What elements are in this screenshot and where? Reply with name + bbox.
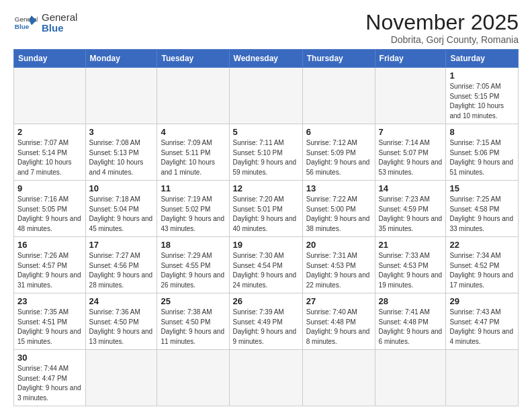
calendar-cell: 18Sunrise: 7:29 AM Sunset: 4:55 PM Dayli… xyxy=(157,237,229,293)
title-block: November 2025 Dobrita, Gorj County, Roma… xyxy=(365,11,519,45)
day-number: 6 xyxy=(306,127,371,137)
calendar-cell: 5Sunrise: 7:11 AM Sunset: 5:10 PM Daylig… xyxy=(229,124,302,181)
day-number: 9 xyxy=(17,183,82,193)
calendar-cell: 8Sunrise: 7:15 AM Sunset: 5:06 PM Daylig… xyxy=(446,124,519,181)
day-info: Sunrise: 7:25 AM Sunset: 4:58 PM Dayligh… xyxy=(449,195,515,234)
calendar-cell: 22Sunrise: 7:34 AM Sunset: 4:52 PM Dayli… xyxy=(446,237,519,293)
day-info: Sunrise: 7:08 AM Sunset: 5:13 PM Dayligh… xyxy=(89,138,154,177)
calendar-cell: 2Sunrise: 7:07 AM Sunset: 5:14 PM Daylig… xyxy=(14,124,86,181)
calendar-cell: 25Sunrise: 7:38 AM Sunset: 4:50 PM Dayli… xyxy=(157,293,229,350)
weekday-header-tuesday: Tuesday xyxy=(157,50,229,68)
calendar-cell: 6Sunrise: 7:12 AM Sunset: 5:09 PM Daylig… xyxy=(302,124,375,181)
day-number: 12 xyxy=(233,183,299,193)
calendar-cell xyxy=(375,350,446,406)
calendar-cell: 19Sunrise: 7:30 AM Sunset: 4:54 PM Dayli… xyxy=(229,237,302,293)
day-number: 26 xyxy=(233,296,299,306)
day-number: 15 xyxy=(449,183,515,193)
calendar-cell xyxy=(157,68,229,124)
calendar-cell: 1Sunrise: 7:05 AM Sunset: 5:15 PM Daylig… xyxy=(446,68,519,124)
day-info: Sunrise: 7:12 AM Sunset: 5:09 PM Dayligh… xyxy=(306,138,371,177)
day-info: Sunrise: 7:36 AM Sunset: 4:50 PM Dayligh… xyxy=(89,308,154,347)
calendar-cell: 7Sunrise: 7:14 AM Sunset: 5:07 PM Daylig… xyxy=(375,124,446,181)
header: General Blue General Blue November 2025 … xyxy=(13,11,519,45)
logo: General Blue General Blue xyxy=(13,11,77,35)
calendar-cell: 4Sunrise: 7:09 AM Sunset: 5:11 PM Daylig… xyxy=(157,124,229,181)
calendar-cell xyxy=(446,350,519,406)
day-info: Sunrise: 7:34 AM Sunset: 4:52 PM Dayligh… xyxy=(449,251,515,290)
day-info: Sunrise: 7:22 AM Sunset: 5:00 PM Dayligh… xyxy=(306,195,371,234)
day-info: Sunrise: 7:11 AM Sunset: 5:10 PM Dayligh… xyxy=(233,138,299,177)
weekday-header-wednesday: Wednesday xyxy=(229,50,302,68)
day-number: 18 xyxy=(161,240,225,250)
location-subtitle: Dobrita, Gorj County, Romania xyxy=(365,34,519,45)
day-info: Sunrise: 7:29 AM Sunset: 4:55 PM Dayligh… xyxy=(161,251,225,290)
day-info: Sunrise: 7:09 AM Sunset: 5:11 PM Dayligh… xyxy=(161,138,225,177)
calendar-cell: 30Sunrise: 7:44 AM Sunset: 4:47 PM Dayli… xyxy=(14,350,86,406)
day-number: 10 xyxy=(89,183,154,193)
day-number: 22 xyxy=(449,240,515,250)
day-info: Sunrise: 7:33 AM Sunset: 4:53 PM Dayligh… xyxy=(379,251,443,290)
day-number: 28 xyxy=(379,296,443,306)
calendar-cell xyxy=(229,68,302,124)
generalblue-logo-icon: General Blue xyxy=(13,11,38,35)
day-info: Sunrise: 7:19 AM Sunset: 5:02 PM Dayligh… xyxy=(161,195,225,234)
month-title: November 2025 xyxy=(365,11,519,34)
weekday-header-monday: Monday xyxy=(85,50,157,68)
calendar-cell xyxy=(14,68,86,124)
day-number: 2 xyxy=(17,127,82,137)
day-info: Sunrise: 7:23 AM Sunset: 4:59 PM Dayligh… xyxy=(379,195,443,234)
day-info: Sunrise: 7:27 AM Sunset: 4:56 PM Dayligh… xyxy=(89,251,154,290)
day-info: Sunrise: 7:41 AM Sunset: 4:48 PM Dayligh… xyxy=(379,308,443,347)
calendar-cell xyxy=(85,350,157,406)
calendar-cell: 27Sunrise: 7:40 AM Sunset: 4:48 PM Dayli… xyxy=(302,293,375,350)
calendar-cell: 12Sunrise: 7:20 AM Sunset: 5:01 PM Dayli… xyxy=(229,181,302,237)
logo-general: General xyxy=(42,12,77,24)
day-number: 19 xyxy=(233,240,299,250)
day-info: Sunrise: 7:07 AM Sunset: 5:14 PM Dayligh… xyxy=(17,138,82,177)
day-info: Sunrise: 7:43 AM Sunset: 4:47 PM Dayligh… xyxy=(449,308,515,347)
calendar-cell: 24Sunrise: 7:36 AM Sunset: 4:50 PM Dayli… xyxy=(85,293,157,350)
day-info: Sunrise: 7:26 AM Sunset: 4:57 PM Dayligh… xyxy=(17,251,82,290)
calendar-week-row: 30Sunrise: 7:44 AM Sunset: 4:47 PM Dayli… xyxy=(14,350,519,406)
calendar-cell: 23Sunrise: 7:35 AM Sunset: 4:51 PM Dayli… xyxy=(14,293,86,350)
calendar-week-row: 1Sunrise: 7:05 AM Sunset: 5:15 PM Daylig… xyxy=(14,68,519,124)
calendar-week-row: 16Sunrise: 7:26 AM Sunset: 4:57 PM Dayli… xyxy=(14,237,519,293)
weekday-header-row: SundayMondayTuesdayWednesdayThursdayFrid… xyxy=(14,50,519,68)
day-number: 25 xyxy=(161,296,225,306)
day-number: 11 xyxy=(161,183,225,193)
day-info: Sunrise: 7:31 AM Sunset: 4:53 PM Dayligh… xyxy=(306,251,371,290)
calendar-cell xyxy=(375,68,446,124)
day-info: Sunrise: 7:30 AM Sunset: 4:54 PM Dayligh… xyxy=(233,251,299,290)
calendar-cell: 16Sunrise: 7:26 AM Sunset: 4:57 PM Dayli… xyxy=(14,237,86,293)
day-info: Sunrise: 7:20 AM Sunset: 5:01 PM Dayligh… xyxy=(233,195,299,234)
day-number: 1 xyxy=(449,71,515,81)
day-number: 7 xyxy=(379,127,443,137)
calendar-cell: 21Sunrise: 7:33 AM Sunset: 4:53 PM Dayli… xyxy=(375,237,446,293)
calendar-week-row: 9Sunrise: 7:16 AM Sunset: 5:05 PM Daylig… xyxy=(14,181,519,237)
weekday-header-sunday: Sunday xyxy=(14,50,86,68)
day-info: Sunrise: 7:05 AM Sunset: 5:15 PM Dayligh… xyxy=(449,82,515,121)
day-number: 16 xyxy=(17,240,82,250)
calendar-cell: 3Sunrise: 7:08 AM Sunset: 5:13 PM Daylig… xyxy=(85,124,157,181)
calendar-week-row: 23Sunrise: 7:35 AM Sunset: 4:51 PM Dayli… xyxy=(14,293,519,350)
weekday-header-saturday: Saturday xyxy=(446,50,519,68)
weekday-header-thursday: Thursday xyxy=(302,50,375,68)
day-number: 4 xyxy=(161,127,225,137)
day-number: 17 xyxy=(89,240,154,250)
day-number: 23 xyxy=(17,296,82,306)
day-number: 3 xyxy=(89,127,154,137)
calendar-cell: 13Sunrise: 7:22 AM Sunset: 5:00 PM Dayli… xyxy=(302,181,375,237)
calendar-table: SundayMondayTuesdayWednesdayThursdayFrid… xyxy=(13,49,519,406)
calendar-cell xyxy=(302,350,375,406)
calendar-cell xyxy=(302,68,375,124)
weekday-header-friday: Friday xyxy=(375,50,446,68)
day-info: Sunrise: 7:39 AM Sunset: 4:49 PM Dayligh… xyxy=(233,308,299,347)
calendar-cell: 26Sunrise: 7:39 AM Sunset: 4:49 PM Dayli… xyxy=(229,293,302,350)
day-number: 27 xyxy=(306,296,371,306)
calendar-cell xyxy=(157,350,229,406)
day-number: 13 xyxy=(306,183,371,193)
day-number: 20 xyxy=(306,240,371,250)
calendar-cell: 9Sunrise: 7:16 AM Sunset: 5:05 PM Daylig… xyxy=(14,181,86,237)
day-info: Sunrise: 7:15 AM Sunset: 5:06 PM Dayligh… xyxy=(449,138,515,177)
day-info: Sunrise: 7:16 AM Sunset: 5:05 PM Dayligh… xyxy=(17,195,82,234)
